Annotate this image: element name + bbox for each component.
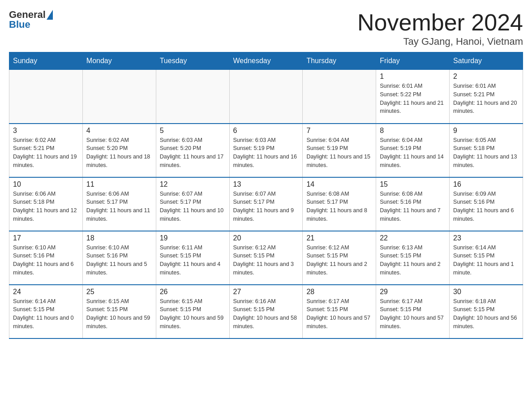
calendar-day-cell: 26Sunrise: 6:15 AMSunset: 5:15 PMDayligh… [156, 285, 229, 338]
day-number: 22 [380, 234, 446, 242]
day-of-week-header: Wednesday [229, 52, 303, 70]
calendar-subtitle: Tay GJang, Hanoi, Vietnam [357, 36, 523, 47]
day-number: 19 [160, 234, 226, 242]
calendar-day-cell: 24Sunrise: 6:14 AMSunset: 5:15 PMDayligh… [9, 285, 83, 338]
day-number: 11 [86, 180, 152, 188]
page-header: General Blue November 2024 Tay GJang, Ha… [9, 9, 523, 47]
day-number: 21 [306, 234, 372, 242]
day-number: 15 [380, 180, 446, 188]
calendar-day-cell: 30Sunrise: 6:18 AMSunset: 5:15 PMDayligh… [450, 285, 523, 338]
day-number: 24 [13, 288, 79, 296]
day-number: 17 [13, 234, 79, 242]
day-info: Sunrise: 6:13 AMSunset: 5:15 PMDaylight:… [380, 244, 446, 277]
calendar-day-cell: 17Sunrise: 6:10 AMSunset: 5:16 PMDayligh… [9, 231, 83, 285]
day-info: Sunrise: 6:18 AMSunset: 5:15 PMDaylight:… [453, 297, 519, 331]
calendar-day-cell: 14Sunrise: 6:08 AMSunset: 5:17 PMDayligh… [303, 177, 376, 231]
day-number: 16 [453, 180, 519, 188]
day-number: 27 [233, 288, 299, 296]
day-info: Sunrise: 6:04 AMSunset: 5:19 PMDaylight:… [380, 136, 446, 170]
calendar-day-cell: 3Sunrise: 6:02 AMSunset: 5:21 PMDaylight… [9, 124, 83, 177]
day-of-week-header: Sunday [9, 52, 83, 70]
day-number: 30 [453, 288, 519, 296]
calendar-week-row: 10Sunrise: 6:06 AMSunset: 5:18 PMDayligh… [9, 177, 523, 231]
day-info: Sunrise: 6:09 AMSunset: 5:16 PMDaylight:… [453, 190, 519, 223]
day-info: Sunrise: 6:08 AMSunset: 5:17 PMDaylight:… [306, 190, 372, 223]
day-number: 3 [13, 127, 79, 135]
calendar-week-row: 17Sunrise: 6:10 AMSunset: 5:16 PMDayligh… [9, 231, 523, 285]
calendar-day-cell: 27Sunrise: 6:16 AMSunset: 5:15 PMDayligh… [229, 285, 303, 338]
day-number: 23 [453, 234, 519, 242]
logo-blue-text: Blue [9, 19, 30, 30]
calendar-day-cell: 7Sunrise: 6:04 AMSunset: 5:19 PMDaylight… [303, 124, 376, 177]
day-number: 25 [86, 288, 152, 296]
calendar-day-cell: 16Sunrise: 6:09 AMSunset: 5:16 PMDayligh… [450, 177, 523, 231]
calendar-day-cell: 1Sunrise: 6:01 AMSunset: 5:22 PMDaylight… [376, 70, 450, 124]
day-info: Sunrise: 6:16 AMSunset: 5:15 PMDaylight:… [233, 297, 299, 331]
calendar-day-cell [82, 70, 156, 124]
calendar-day-cell: 5Sunrise: 6:03 AMSunset: 5:20 PMDaylight… [156, 124, 229, 177]
day-info: Sunrise: 6:07 AMSunset: 5:17 PMDaylight:… [233, 190, 299, 223]
day-of-week-header: Tuesday [156, 52, 229, 70]
day-info: Sunrise: 6:02 AMSunset: 5:20 PMDaylight:… [86, 136, 152, 170]
day-number: 20 [233, 234, 299, 242]
day-info: Sunrise: 6:04 AMSunset: 5:19 PMDaylight:… [306, 136, 372, 170]
calendar-day-cell: 8Sunrise: 6:04 AMSunset: 5:19 PMDaylight… [376, 124, 450, 177]
day-number: 4 [86, 127, 152, 135]
day-info: Sunrise: 6:10 AMSunset: 5:16 PMDaylight:… [13, 244, 79, 277]
day-info: Sunrise: 6:11 AMSunset: 5:15 PMDaylight:… [160, 244, 226, 277]
day-info: Sunrise: 6:01 AMSunset: 5:22 PMDaylight:… [380, 82, 446, 116]
day-of-week-header: Thursday [303, 52, 376, 70]
day-info: Sunrise: 6:15 AMSunset: 5:15 PMDaylight:… [160, 297, 226, 331]
day-info: Sunrise: 6:12 AMSunset: 5:15 PMDaylight:… [306, 244, 372, 277]
day-of-week-header: Monday [82, 52, 156, 70]
day-info: Sunrise: 6:03 AMSunset: 5:20 PMDaylight:… [160, 136, 226, 170]
calendar-day-cell: 6Sunrise: 6:03 AMSunset: 5:19 PMDaylight… [229, 124, 303, 177]
day-info: Sunrise: 6:17 AMSunset: 5:15 PMDaylight:… [380, 297, 446, 331]
calendar-header-row: SundayMondayTuesdayWednesdayThursdayFrid… [9, 52, 523, 70]
calendar-day-cell: 19Sunrise: 6:11 AMSunset: 5:15 PMDayligh… [156, 231, 229, 285]
day-info: Sunrise: 6:06 AMSunset: 5:18 PMDaylight:… [13, 190, 79, 223]
title-area: November 2024 Tay GJang, Hanoi, Vietnam [357, 9, 523, 47]
calendar-day-cell: 20Sunrise: 6:12 AMSunset: 5:15 PMDayligh… [229, 231, 303, 285]
day-number: 13 [233, 180, 299, 188]
calendar-week-row: 1Sunrise: 6:01 AMSunset: 5:22 PMDaylight… [9, 70, 523, 124]
day-of-week-header: Friday [376, 52, 450, 70]
day-number: 28 [306, 288, 372, 296]
calendar-day-cell: 2Sunrise: 6:01 AMSunset: 5:21 PMDaylight… [450, 70, 523, 124]
day-number: 1 [380, 73, 446, 81]
calendar-week-row: 24Sunrise: 6:14 AMSunset: 5:15 PMDayligh… [9, 285, 523, 338]
calendar-day-cell: 4Sunrise: 6:02 AMSunset: 5:20 PMDaylight… [82, 124, 156, 177]
day-number: 2 [453, 73, 519, 81]
day-info: Sunrise: 6:15 AMSunset: 5:15 PMDaylight:… [86, 297, 152, 331]
day-info: Sunrise: 6:02 AMSunset: 5:21 PMDaylight:… [13, 136, 79, 170]
day-number: 5 [160, 127, 226, 135]
calendar-day-cell [156, 70, 229, 124]
calendar-day-cell: 9Sunrise: 6:05 AMSunset: 5:18 PMDaylight… [450, 124, 523, 177]
calendar-title: November 2024 [357, 9, 523, 36]
day-of-week-header: Saturday [450, 52, 523, 70]
day-info: Sunrise: 6:12 AMSunset: 5:15 PMDaylight:… [233, 244, 299, 277]
day-number: 8 [380, 127, 446, 135]
day-info: Sunrise: 6:03 AMSunset: 5:19 PMDaylight:… [233, 136, 299, 170]
day-info: Sunrise: 6:08 AMSunset: 5:16 PMDaylight:… [380, 190, 446, 223]
calendar-day-cell: 25Sunrise: 6:15 AMSunset: 5:15 PMDayligh… [82, 285, 156, 338]
calendar-day-cell: 15Sunrise: 6:08 AMSunset: 5:16 PMDayligh… [376, 177, 450, 231]
calendar-day-cell: 21Sunrise: 6:12 AMSunset: 5:15 PMDayligh… [303, 231, 376, 285]
day-info: Sunrise: 6:01 AMSunset: 5:21 PMDaylight:… [453, 82, 519, 116]
logo-triangle-icon [47, 10, 53, 20]
calendar-day-cell: 28Sunrise: 6:17 AMSunset: 5:15 PMDayligh… [303, 285, 376, 338]
day-number: 6 [233, 127, 299, 135]
calendar-day-cell: 18Sunrise: 6:10 AMSunset: 5:16 PMDayligh… [82, 231, 156, 285]
day-info: Sunrise: 6:10 AMSunset: 5:16 PMDaylight:… [86, 244, 152, 277]
day-number: 12 [160, 180, 226, 188]
day-number: 18 [86, 234, 152, 242]
calendar-day-cell: 10Sunrise: 6:06 AMSunset: 5:18 PMDayligh… [9, 177, 83, 231]
day-info: Sunrise: 6:14 AMSunset: 5:15 PMDaylight:… [13, 297, 79, 331]
day-number: 10 [13, 180, 79, 188]
day-number: 7 [306, 127, 372, 135]
day-number: 14 [306, 180, 372, 188]
day-info: Sunrise: 6:17 AMSunset: 5:15 PMDaylight:… [306, 297, 372, 331]
day-number: 29 [380, 288, 446, 296]
logo: General Blue [9, 9, 53, 30]
calendar-day-cell: 13Sunrise: 6:07 AMSunset: 5:17 PMDayligh… [229, 177, 303, 231]
